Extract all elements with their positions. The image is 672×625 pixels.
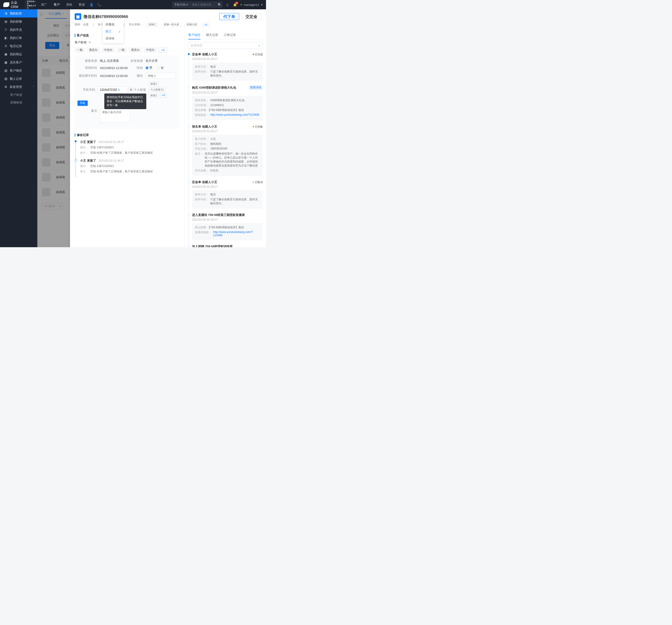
sidebar-item-products[interactable]: ▣我的商品 bbox=[0, 50, 37, 58]
sidebar-item-inherit[interactable]: ▧客户继承 bbox=[0, 67, 37, 75]
edit-icon[interactable]: ✎ bbox=[89, 41, 91, 44]
tab-chat[interactable]: 聊天记录 bbox=[206, 31, 218, 40]
clock-icon: ◔ bbox=[4, 12, 7, 15]
wechat-icon: ▣ bbox=[75, 13, 81, 20]
link[interactable]: http://www.yunduoketang.com/?123456 bbox=[213, 230, 253, 237]
manager-dropdown: 师馨薇 张三✓ 俱保咏 bbox=[103, 20, 124, 43]
inherit-icon: ▧ bbox=[4, 69, 7, 72]
chat-icon: ▤ bbox=[4, 20, 7, 23]
status-dot-icon bbox=[241, 4, 242, 5]
logo: 云朵CRM 教育机构一站式服务云平台 bbox=[0, 0, 37, 9]
mod-item: 小王 更新了2021/01/30 01:38:27微信：空值-136721828… bbox=[76, 158, 180, 177]
sidebar-item-lost[interactable]: ▦流失客户 bbox=[0, 58, 37, 67]
customer-drawer: ▣ 微信名称6789990000966 代下单 交定金 昵称：小王 | 客户经理… bbox=[70, 9, 266, 247]
timeline-item: 定金单 创建人小王已取消 2020/01/30 01:38:27 跟单方式：电话… bbox=[192, 180, 263, 209]
phone-input[interactable] bbox=[98, 86, 127, 93]
tag-icon: ◧ bbox=[4, 36, 7, 40]
sidebar-item-calls[interactable]: ✆电话记录 bbox=[0, 42, 37, 50]
app-header: 云朵CRM 教育机构一站式服务云平台 推广 客户 质检 数据 👤 📞 手机号码 … bbox=[0, 0, 266, 9]
filter-icon: ▽ bbox=[4, 28, 7, 31]
check-icon: ✓ bbox=[118, 30, 121, 33]
bell-icon[interactable]: 🔔5 bbox=[233, 3, 236, 6]
customer-tag[interactable]: 高意向 bbox=[87, 47, 100, 53]
nav-data[interactable]: 数据 bbox=[79, 3, 85, 7]
dropdown-item[interactable]: 张三✓ bbox=[103, 28, 124, 35]
section-customer-info: 客户信息 bbox=[75, 33, 180, 38]
customer-tag[interactable]: 中意向 bbox=[102, 47, 115, 53]
nav-customer[interactable]: 客户 bbox=[54, 3, 60, 7]
top-nav: 推广 客户 质检 数据 bbox=[41, 3, 85, 7]
chevron-down-icon: ▾ bbox=[187, 3, 188, 6]
wrench-icon: ⚙ bbox=[4, 85, 7, 89]
order-button[interactable]: 代下单 bbox=[219, 13, 239, 20]
tab-orders[interactable]: 订单记录 bbox=[224, 31, 236, 40]
deposit-button[interactable]: 交定金 bbox=[241, 13, 261, 20]
search-type-select[interactable]: 手机号码 ▾ bbox=[172, 2, 190, 8]
sidebar-item-friends[interactable]: ◔我的好友 bbox=[0, 9, 37, 18]
timeline-item: 定金单 创建人小王已完成 2020/01/30 01:38:27 跟单方式：电话… bbox=[192, 52, 263, 81]
delete-icon: ▨ bbox=[4, 77, 7, 80]
sidebar-item-students[interactable]: ▽我的学员 bbox=[0, 26, 37, 34]
personal-tag[interactable]: 标签1 bbox=[149, 82, 159, 86]
remark-textarea[interactable] bbox=[100, 109, 130, 123]
link[interactable]: http://www.yunduoketang.com/?123456 bbox=[210, 113, 259, 116]
sidebar-item-groups[interactable]: ▤我的群聊 bbox=[0, 18, 37, 26]
tab-dynamics[interactable]: 客户动态 bbox=[188, 31, 200, 40]
chevron-down-icon: ▾ bbox=[259, 44, 260, 47]
drawer-title: 微信名称6789990000966 bbox=[83, 14, 128, 19]
timeline-item: 购买 4399理财课进阶课程大礼包查看详情 2021/01/30 01:38:2… bbox=[192, 85, 263, 120]
group-chip[interactable]: 群聊六群 bbox=[185, 22, 198, 27]
logo-icon bbox=[3, 2, 9, 7]
box-icon: ▣ bbox=[4, 52, 7, 56]
device-icon[interactable]: ▯ bbox=[225, 3, 229, 6]
chevron-down-icon: ▾ bbox=[261, 3, 263, 6]
wechat-input[interactable] bbox=[146, 73, 176, 79]
personal-tag[interactable]: 个人标签12 bbox=[149, 88, 165, 92]
phone-icon: ✆ bbox=[4, 44, 7, 48]
user-menu[interactable]: manager11 ▾ bbox=[241, 3, 263, 6]
customer-tag[interactable]: 一般 bbox=[117, 47, 127, 53]
timeline-item: 加入群聊 759-59班理财训练营 2021/01/30 01:38:27 入群… bbox=[192, 244, 263, 247]
group-chip[interactable]: 群聊一群大群 bbox=[162, 22, 181, 27]
sidebar-item-orders[interactable]: ◧我的订单 bbox=[0, 34, 37, 42]
lookup-icon[interactable]: ⎘ bbox=[118, 88, 120, 92]
gender-male-radio[interactable]: 男 bbox=[146, 66, 152, 70]
person-icon[interactable]: 👤 bbox=[90, 3, 93, 6]
timeline-item: 进入直播间 759-59班第三期理财直播课 2021/01/30 01:38:2… bbox=[192, 213, 263, 240]
mod-item: 小王 更新了2021/01/30 01:38:27微信：空值-136721828… bbox=[76, 140, 180, 158]
sidebar-sub-customer-tags[interactable]: 客户标签 bbox=[0, 91, 37, 99]
phone-icon[interactable]: 📞 bbox=[98, 3, 101, 6]
more-groups[interactable]: +4 bbox=[203, 23, 209, 27]
search-icon[interactable]: 🔍 bbox=[218, 3, 221, 6]
customer-tag[interactable]: 一般 bbox=[75, 47, 85, 53]
view-detail[interactable]: 查看详情 bbox=[249, 85, 263, 90]
search-input[interactable] bbox=[190, 2, 222, 8]
nav-promo[interactable]: 推广 bbox=[41, 3, 47, 7]
group-chip[interactable]: 群聊三 bbox=[147, 22, 158, 27]
customer-tag[interactable]: 中意向 bbox=[144, 47, 157, 53]
nav-qc[interactable]: 质检 bbox=[66, 3, 72, 7]
chevron-up-icon: ˄ bbox=[33, 85, 34, 88]
sidebar: ◔我的好友 ▤我的群聊 ▽我的学员 ◧我的订单 ✆电话记录 ▣我的商品 ▦流失客… bbox=[0, 9, 37, 247]
flow-icon: ▦ bbox=[4, 60, 7, 64]
sidebar-sub-group-tags[interactable]: 群聊标签 bbox=[0, 99, 37, 106]
personal-tag[interactable]: 标签1 bbox=[149, 93, 159, 98]
timeline-item: 报名单 创建人小王已失败 2020/01/30 01:38:27 客户经理：小王… bbox=[192, 125, 263, 176]
sidebar-item-tags[interactable]: ⚙标签管理˄ bbox=[0, 83, 37, 91]
dynamics-filter-select[interactable]: 全部动态▾ bbox=[188, 42, 263, 49]
copy-icon[interactable]: ⧉ bbox=[128, 87, 134, 93]
phone-tooltip: 查询到此手机号码在系统中已存在，可以将两条客户数据合并为一条 bbox=[104, 94, 146, 109]
gender-female-radio[interactable]: 女 bbox=[157, 66, 164, 70]
dropdown-item[interactable]: 师馨薇 bbox=[103, 21, 124, 28]
phone-tag[interactable]: 手机 bbox=[77, 101, 88, 106]
more-ptags[interactable]: +4 bbox=[160, 93, 167, 98]
section-modify-log: 修改记录 bbox=[75, 133, 180, 137]
more-tags[interactable]: +4 bbox=[159, 48, 167, 53]
sidebar-item-delete[interactable]: ▨删人记录 bbox=[0, 75, 37, 83]
customer-tag[interactable]: 高意向 bbox=[129, 47, 142, 53]
dropdown-item[interactable]: 俱保咏 bbox=[103, 35, 124, 42]
